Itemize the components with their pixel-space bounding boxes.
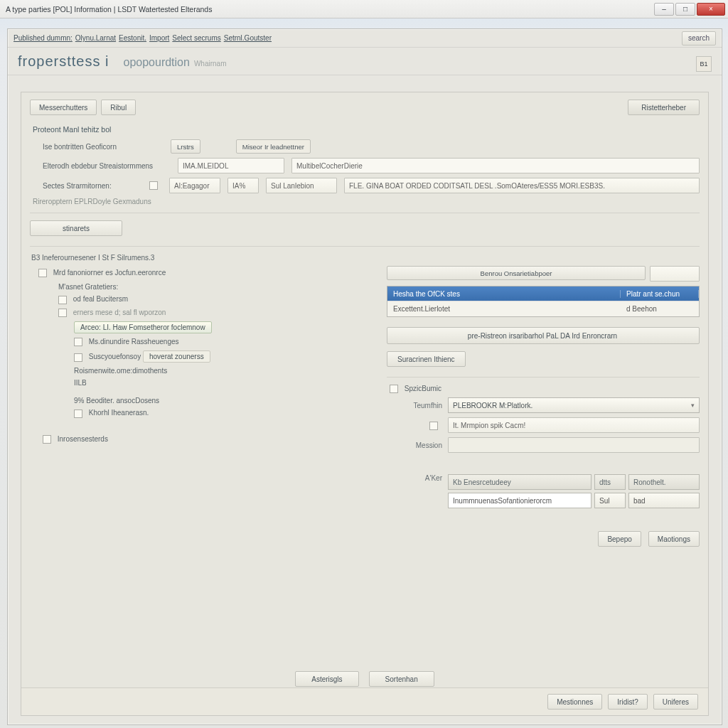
tree-root-label: Mrd fanoniorner es Jocfun.eeronrce xyxy=(53,269,166,277)
tree-node-10-label: Inrosensesterds xyxy=(58,435,108,443)
two-column-area: Mrd fanoniorner es Jocfun.eeronrce M'asn… xyxy=(30,266,700,547)
row1-label: Ise bontritten Geoficorn xyxy=(43,143,164,151)
rightpane-long-btn1[interactable]: pre-Ristreon irsaribarhol PaL DA Ird Enr… xyxy=(387,327,700,344)
lowform-sect-checkbox[interactable] xyxy=(390,385,398,393)
page-title-sub: opopourdtion xyxy=(123,56,189,69)
tree-node-4-label: Ms.dinundire Rassheuenges xyxy=(89,338,179,346)
tree-node-4-box[interactable] xyxy=(74,338,82,346)
window-titlebar: A type parties [POL] Information | LSDT … xyxy=(0,0,728,18)
rightpane-top-button[interactable]: Benrou Onsarietiabpoer xyxy=(387,266,646,280)
tree-root-checkbox[interactable] xyxy=(38,269,47,277)
section1-row1: Ise bontritten Geoficorn Lrstrs Miseor I… xyxy=(43,139,700,154)
window-footer-b3[interactable]: Uniferes xyxy=(653,694,698,710)
tree-node-4[interactable]: Ms.dinundire Rassheuenges xyxy=(74,338,374,346)
row3-checkbox[interactable] xyxy=(149,181,158,190)
lowform-k2 xyxy=(387,421,442,429)
window-footer-b2[interactable]: Iridist? xyxy=(608,694,647,710)
page-title-main: fropersttess i xyxy=(18,53,109,70)
grid-h3[interactable]: Ronothelt. xyxy=(628,474,700,490)
row1-btn1[interactable]: Lrstrs xyxy=(171,139,200,154)
rightpane-long-btn2[interactable]: Suracrinen Ithienc xyxy=(387,351,466,367)
lowform-k1: Teumfhin xyxy=(387,402,442,410)
tree-node-5-box[interactable] xyxy=(74,353,82,362)
tree-node-1[interactable]: M'asnet Gratetiers: xyxy=(58,283,374,291)
grid-row-1[interactable]: InummnuenasSofantionierorcm Sul bad xyxy=(448,493,700,508)
list-row-1-a: Excettent.Lierlotet xyxy=(387,305,621,313)
row3-field2[interactable]: IA% xyxy=(228,178,259,193)
tree-node-5-badge[interactable]: hoverat zounerss xyxy=(143,350,210,363)
grid-r1-a[interactable]: InummnuenasSofantionierorcm xyxy=(448,493,592,508)
row3-field3[interactable]: Sul Lanlebion xyxy=(266,178,337,193)
grid-h2[interactable]: dtts xyxy=(594,474,626,490)
dialog-footer-b1[interactable]: Asterisgls xyxy=(295,671,358,687)
dialog-footer-b2[interactable]: Sortenhan xyxy=(369,671,434,687)
row2-field1[interactable]: IMA.MLEIDOL xyxy=(178,158,284,173)
lowform-v2-field[interactable]: It. Mrmpion spik Cacm! xyxy=(448,417,700,433)
row2-field2[interactable]: MultibelCocherDierie xyxy=(291,158,700,173)
tree-node-7[interactable]: IILB xyxy=(74,379,374,387)
tree-node-10-box[interactable] xyxy=(43,435,51,444)
lowform-k3: Mession xyxy=(387,441,442,449)
tree-node-8[interactable]: 9% Beoditer. ansocDosens xyxy=(74,397,374,405)
window-close-button[interactable]: × xyxy=(697,3,725,16)
window-footer: Mestionnes Iridist? Uniferes xyxy=(21,687,708,715)
content-panel: Messerchutters Ribul Ristetterheber Prot… xyxy=(21,92,709,716)
menu-item-eestonit[interactable]: Eestonit. xyxy=(119,34,146,42)
lowform-v1-select[interactable]: PLEBROOKR M:Platlork. ▾ xyxy=(448,397,700,413)
submit-button[interactable]: stinarets xyxy=(30,220,122,236)
window-minimize-button[interactable]: – xyxy=(654,3,674,16)
toolbar-messerchutters-button[interactable]: Messerchutters xyxy=(30,100,97,115)
tree-node-9[interactable]: Khorhl Iheanerasn. xyxy=(74,409,374,417)
tree-node-5-label: Suscyouefonsoy xyxy=(89,353,141,360)
header-corner-button[interactable]: B1 xyxy=(696,56,712,72)
lowform-v1-value: PLEBROOKR M:Platlork. xyxy=(453,402,532,410)
grid-h1[interactable]: Kb Enesrcetudeey xyxy=(448,474,592,490)
list-row-1[interactable]: Excettent.Lierlotet d Beehon xyxy=(387,301,699,316)
tree-node-3-chip-label: Arceo: LI. Haw Fomsetheror foclemnow xyxy=(74,321,212,333)
rightpane-listbox: Hesha the OfCK stes Platr ant se.chun Ex… xyxy=(387,286,700,317)
lower-form: SpzicBumic Teumfhin PLEBROOKR M:Platlork… xyxy=(387,377,700,511)
window-footer-b1[interactable]: Mestionnes xyxy=(547,694,602,710)
right-column: Benrou Onsarietiabpoer Hesha the OfCK st… xyxy=(387,266,700,547)
menu-item-setrnl[interactable]: Setrnl.Goutster xyxy=(224,34,272,42)
menu-item-published[interactable]: Published dummn: xyxy=(14,34,73,42)
menubar-search-button[interactable]: search xyxy=(682,31,716,46)
row1-btn2[interactable]: Miseor Ir leadnettner xyxy=(236,139,311,154)
row3-label: Sectes Strarmitornen: xyxy=(43,182,142,190)
section1-title: Proteont Manl tehitz bol xyxy=(33,125,700,134)
toolbar-ribul-button[interactable]: Ribul xyxy=(101,100,136,115)
tree-node-9-label: Khorhl Iheanerasn. xyxy=(89,409,149,417)
page-title-sub2: Whairnam xyxy=(194,60,227,68)
tree-column: Mrd fanoniorner es Jocfun.eeronrce M'asn… xyxy=(30,266,374,547)
list-header-b[interactable]: Platr ant se.chun xyxy=(621,290,699,298)
panel-footer-b1[interactable]: Вереро xyxy=(598,531,641,547)
section1-footer: Rireropptern EPLRDoyle Gexmaduns xyxy=(33,198,700,205)
menu-item-select[interactable]: Select secrums xyxy=(172,34,220,42)
menu-item-import[interactable]: Import xyxy=(149,34,169,42)
chevron-down-icon: ▾ xyxy=(691,402,695,409)
lowform-v3-field[interactable] xyxy=(448,437,700,453)
lowform-sect-label: SpzicBumic xyxy=(390,385,700,393)
tree-node-3-label: erners mese d; sal fl wporzon xyxy=(73,309,166,316)
grid-r1-c: bad xyxy=(628,493,700,508)
page-header: fropersttess i opopourdtion Whairnam B1 xyxy=(8,48,722,75)
tree-node-9-box[interactable] xyxy=(74,410,82,418)
tree-node-10[interactable]: Inrosensesterds xyxy=(43,435,374,444)
tree-node-2[interactable]: od feal Bucitersm xyxy=(58,295,374,304)
tree-node-2-box[interactable] xyxy=(58,296,67,304)
window-maximize-button[interactable]: □ xyxy=(675,3,695,16)
lowform-gridk: A'Ker xyxy=(387,471,442,482)
main-window: Published dummn: Olynu.Larnat Eestonit. … xyxy=(7,28,722,725)
tree-node-5: Suscyouefonsoy hoverat zounerss xyxy=(74,350,374,363)
toolbar-right-button[interactable]: Ristetterheber xyxy=(628,100,700,115)
row2-label: Elterodh ebdebur Streaistormmens xyxy=(43,162,171,170)
rightpane-top-field[interactable] xyxy=(650,266,700,282)
menu-item-olynu[interactable]: Olynu.Larnat xyxy=(75,34,116,42)
tree-node-3-chip[interactable]: Arceo: LI. Haw Fomsetheror foclemnow xyxy=(74,321,374,333)
tree-node-6[interactable]: Roismenwite.ome:dimothents xyxy=(74,367,374,375)
panel-footer-b2[interactable]: Maotiongs xyxy=(648,531,700,547)
lowform-k2-checkbox[interactable] xyxy=(429,422,438,430)
list-header-a[interactable]: Hesha the OfCK stes xyxy=(387,290,621,298)
tree-node-3-box[interactable] xyxy=(58,309,67,317)
row3-field1[interactable]: Al:Eagagor xyxy=(169,178,220,193)
